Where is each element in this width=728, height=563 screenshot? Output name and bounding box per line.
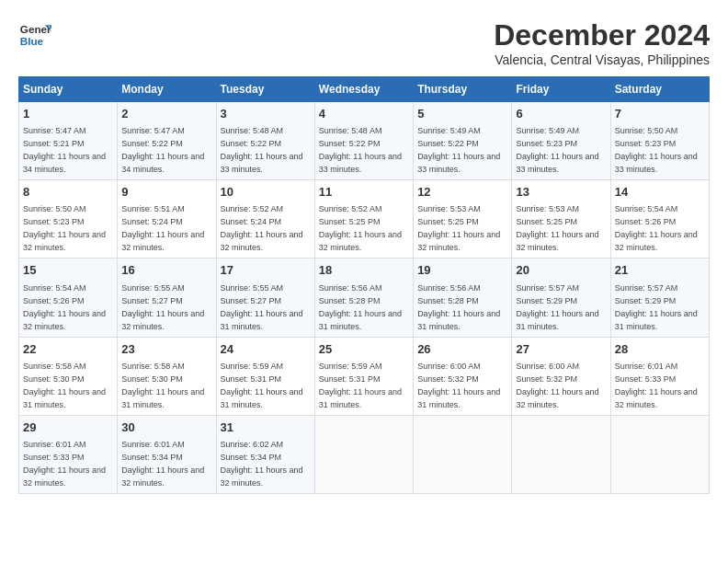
- day-number: 6: [516, 106, 606, 122]
- day-number: 4: [319, 106, 409, 122]
- calendar-week-row: 15 Sunrise: 5:54 AMSunset: 5:26 PMDaylig…: [19, 259, 710, 337]
- day-info: Sunrise: 5:47 AMSunset: 5:21 PMDaylight:…: [23, 126, 106, 174]
- table-row: 19 Sunrise: 5:56 AMSunset: 5:28 PMDaylig…: [414, 259, 512, 337]
- day-number: 28: [615, 341, 705, 358]
- table-row: 18 Sunrise: 5:56 AMSunset: 5:28 PMDaylig…: [314, 259, 413, 337]
- day-number: 8: [23, 184, 113, 201]
- table-row: 15 Sunrise: 5:54 AMSunset: 5:26 PMDaylig…: [19, 259, 118, 337]
- day-info: Sunrise: 5:48 AMSunset: 5:22 PMDaylight:…: [319, 126, 402, 174]
- day-number: 29: [23, 419, 113, 436]
- table-row: 7 Sunrise: 5:50 AMSunset: 5:23 PMDayligh…: [610, 102, 709, 180]
- svg-text:General: General: [20, 23, 51, 35]
- day-info: Sunrise: 5:52 AMSunset: 5:25 PMDaylight:…: [319, 204, 402, 252]
- day-number: 14: [615, 184, 705, 201]
- table-row: 29 Sunrise: 6:01 AMSunset: 5:33 PMDaylig…: [19, 415, 118, 493]
- day-info: Sunrise: 5:55 AMSunset: 5:27 PMDaylight:…: [121, 283, 204, 331]
- location-subtitle: Valencia, Central Visayas, Philippines: [494, 52, 710, 67]
- day-info: Sunrise: 5:54 AMSunset: 5:26 PMDaylight:…: [23, 283, 106, 331]
- logo: General Blue: [18, 18, 51, 52]
- table-row: [414, 415, 512, 493]
- logo-icon: General Blue: [18, 18, 51, 52]
- table-row: 31 Sunrise: 6:02 AMSunset: 5:34 PMDaylig…: [216, 415, 314, 493]
- day-info: Sunrise: 5:57 AMSunset: 5:29 PMDaylight:…: [516, 283, 598, 331]
- day-number: 24: [221, 341, 311, 358]
- table-row: 21 Sunrise: 5:57 AMSunset: 5:29 PMDaylig…: [610, 259, 709, 337]
- day-number: 16: [121, 262, 211, 279]
- day-info: Sunrise: 5:54 AMSunset: 5:26 PMDaylight:…: [615, 204, 698, 252]
- day-info: Sunrise: 6:01 AMSunset: 5:33 PMDaylight:…: [23, 440, 106, 488]
- day-info: Sunrise: 6:00 AMSunset: 5:32 PMDaylight:…: [417, 362, 500, 409]
- table-row: [314, 415, 413, 493]
- day-info: Sunrise: 5:55 AMSunset: 5:27 PMDaylight:…: [221, 283, 303, 331]
- day-info: Sunrise: 5:59 AMSunset: 5:31 PMDaylight:…: [319, 362, 402, 409]
- calendar-week-row: 29 Sunrise: 6:01 AMSunset: 5:33 PMDaylig…: [19, 415, 710, 493]
- day-info: Sunrise: 5:56 AMSunset: 5:28 PMDaylight:…: [417, 283, 500, 331]
- day-info: Sunrise: 5:53 AMSunset: 5:25 PMDaylight:…: [417, 204, 500, 252]
- day-info: Sunrise: 5:51 AMSunset: 5:24 PMDaylight:…: [121, 204, 204, 252]
- svg-text:Blue: Blue: [20, 35, 44, 47]
- table-row: 12 Sunrise: 5:53 AMSunset: 5:25 PMDaylig…: [414, 180, 512, 259]
- day-info: Sunrise: 6:01 AMSunset: 5:34 PMDaylight:…: [121, 440, 204, 488]
- table-row: [512, 415, 610, 493]
- weekday-header-thursday: Thursday: [414, 77, 512, 102]
- day-number: 27: [516, 341, 606, 358]
- weekday-header-saturday: Saturday: [610, 77, 709, 102]
- table-row: 2 Sunrise: 5:47 AMSunset: 5:22 PMDayligh…: [118, 102, 216, 180]
- day-number: 13: [516, 184, 606, 201]
- day-number: 10: [221, 184, 311, 201]
- weekday-header-friday: Friday: [512, 77, 610, 102]
- day-info: Sunrise: 5:47 AMSunset: 5:22 PMDaylight:…: [121, 126, 204, 174]
- day-info: Sunrise: 6:01 AMSunset: 5:33 PMDaylight:…: [615, 362, 698, 409]
- header: General Blue December 2024 Valencia, Cen…: [18, 18, 710, 67]
- weekday-header-row: SundayMondayTuesdayWednesdayThursdayFrid…: [19, 77, 710, 102]
- table-row: 8 Sunrise: 5:50 AMSunset: 5:23 PMDayligh…: [19, 180, 118, 259]
- day-number: 23: [121, 341, 211, 358]
- table-row: 22 Sunrise: 5:58 AMSunset: 5:30 PMDaylig…: [19, 337, 118, 415]
- day-info: Sunrise: 5:52 AMSunset: 5:24 PMDaylight:…: [221, 204, 303, 252]
- day-info: Sunrise: 5:50 AMSunset: 5:23 PMDaylight:…: [615, 126, 698, 174]
- day-info: Sunrise: 6:02 AMSunset: 5:34 PMDaylight:…: [221, 440, 303, 488]
- weekday-header-sunday: Sunday: [19, 77, 118, 102]
- day-number: 20: [516, 262, 606, 279]
- day-info: Sunrise: 5:53 AMSunset: 5:25 PMDaylight:…: [516, 204, 598, 252]
- table-row: 25 Sunrise: 5:59 AMSunset: 5:31 PMDaylig…: [314, 337, 413, 415]
- day-number: 15: [23, 262, 113, 279]
- day-info: Sunrise: 6:00 AMSunset: 5:32 PMDaylight:…: [516, 362, 598, 409]
- weekday-header-tuesday: Tuesday: [216, 77, 314, 102]
- calendar-week-row: 1 Sunrise: 5:47 AMSunset: 5:21 PMDayligh…: [19, 102, 710, 180]
- day-number: 1: [23, 106, 113, 122]
- day-info: Sunrise: 5:58 AMSunset: 5:30 PMDaylight:…: [121, 362, 204, 409]
- day-number: 9: [121, 184, 211, 201]
- day-number: 18: [319, 262, 409, 279]
- table-row: 10 Sunrise: 5:52 AMSunset: 5:24 PMDaylig…: [216, 180, 314, 259]
- day-number: 7: [615, 106, 705, 122]
- table-row: 5 Sunrise: 5:49 AMSunset: 5:22 PMDayligh…: [414, 102, 512, 180]
- calendar-week-row: 22 Sunrise: 5:58 AMSunset: 5:30 PMDaylig…: [19, 337, 710, 415]
- day-number: 5: [417, 106, 507, 122]
- table-row: 20 Sunrise: 5:57 AMSunset: 5:29 PMDaylig…: [512, 259, 610, 337]
- table-row: 16 Sunrise: 5:55 AMSunset: 5:27 PMDaylig…: [118, 259, 216, 337]
- calendar-week-row: 8 Sunrise: 5:50 AMSunset: 5:23 PMDayligh…: [19, 180, 710, 259]
- table-row: 27 Sunrise: 6:00 AMSunset: 5:32 PMDaylig…: [512, 337, 610, 415]
- day-number: 30: [121, 419, 211, 436]
- table-row: 30 Sunrise: 6:01 AMSunset: 5:34 PMDaylig…: [118, 415, 216, 493]
- day-number: 22: [23, 341, 113, 358]
- table-row: 24 Sunrise: 5:59 AMSunset: 5:31 PMDaylig…: [216, 337, 314, 415]
- day-info: Sunrise: 5:56 AMSunset: 5:28 PMDaylight:…: [319, 283, 402, 331]
- day-info: Sunrise: 5:49 AMSunset: 5:22 PMDaylight:…: [417, 126, 500, 174]
- table-row: 4 Sunrise: 5:48 AMSunset: 5:22 PMDayligh…: [314, 102, 413, 180]
- table-row: 11 Sunrise: 5:52 AMSunset: 5:25 PMDaylig…: [314, 180, 413, 259]
- table-row: 6 Sunrise: 5:49 AMSunset: 5:23 PMDayligh…: [512, 102, 610, 180]
- day-number: 31: [221, 419, 311, 436]
- day-number: 21: [615, 262, 705, 279]
- table-row: 26 Sunrise: 6:00 AMSunset: 5:32 PMDaylig…: [414, 337, 512, 415]
- day-number: 26: [417, 341, 507, 358]
- day-number: 3: [221, 106, 311, 122]
- calendar-table: SundayMondayTuesdayWednesdayThursdayFrid…: [18, 76, 710, 494]
- day-info: Sunrise: 5:58 AMSunset: 5:30 PMDaylight:…: [23, 362, 106, 409]
- table-row: 13 Sunrise: 5:53 AMSunset: 5:25 PMDaylig…: [512, 180, 610, 259]
- weekday-header-wednesday: Wednesday: [314, 77, 413, 102]
- table-row: 1 Sunrise: 5:47 AMSunset: 5:21 PMDayligh…: [19, 102, 118, 180]
- day-number: 19: [417, 262, 507, 279]
- day-number: 17: [221, 262, 311, 279]
